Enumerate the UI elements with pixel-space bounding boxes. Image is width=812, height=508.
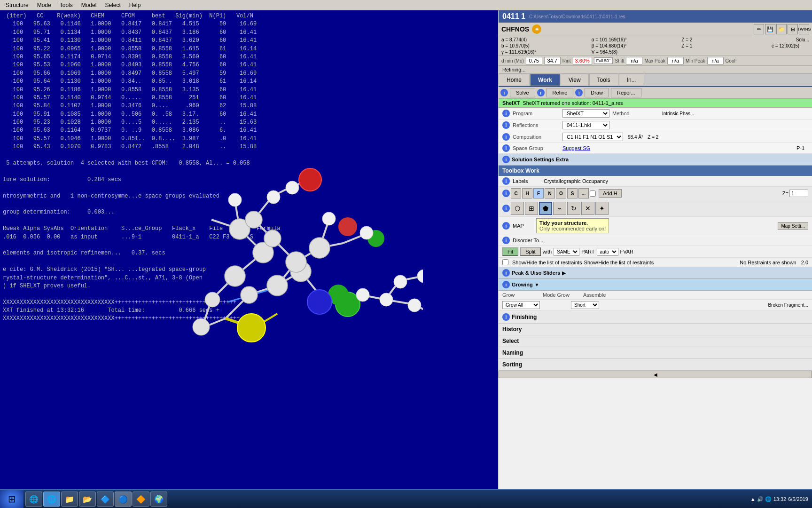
history-section[interactable]: History bbox=[499, 324, 812, 335]
program-dropdown[interactable]: ShelXT bbox=[562, 109, 609, 118]
menu-mode[interactable]: Mode bbox=[33, 1, 55, 9]
growing-label: Growing bbox=[512, 282, 533, 287]
chfnos-sun-icon[interactable]: ☀ bbox=[532, 24, 541, 34]
sub-tab-draw[interactable]: Draw bbox=[585, 88, 609, 97]
fvar-label: FVAR bbox=[620, 249, 634, 254]
taskbar-app3[interactable]: 🔶 bbox=[133, 492, 149, 507]
sub-tab-solve[interactable]: Solve bbox=[510, 88, 535, 97]
taskbar-files[interactable]: 📁 bbox=[61, 492, 78, 507]
reflections-row: i Reflections 0411-1.hkl bbox=[499, 119, 812, 131]
taskbar: ⊞ 🌐 🌐 📁 📂 🔷 🔵 🔶 🌍 ▲ 🔊 🌐 13:32 6/5/2019 bbox=[0, 489, 812, 508]
menu-tools[interactable]: Tools bbox=[56, 1, 77, 9]
refining-bar: Refining... bbox=[499, 66, 812, 74]
taskbar-chrome[interactable]: 🌐 bbox=[43, 492, 60, 507]
elem-S[interactable]: S bbox=[567, 188, 578, 198]
save-icon[interactable]: 💾 bbox=[765, 24, 775, 34]
split-button[interactable]: Split bbox=[520, 247, 540, 256]
grid-icon[interactable]: ⊞ bbox=[525, 202, 538, 215]
elements-checkbox[interactable] bbox=[590, 190, 596, 197]
tab-home[interactable]: Home bbox=[499, 74, 530, 86]
taskbar-files2[interactable]: 📂 bbox=[79, 492, 96, 507]
molecule-viewer[interactable] bbox=[94, 81, 423, 387]
suggest-sg-link[interactable]: Suggest SG bbox=[562, 145, 677, 151]
start-button[interactable]: ⊞ bbox=[0, 490, 23, 508]
dmin-value: 0.75 bbox=[526, 57, 542, 64]
sub-tab-refine[interactable]: Refine bbox=[547, 88, 574, 97]
open-icon[interactable]: 📁 bbox=[776, 24, 787, 34]
restraints-number: 2.0 bbox=[801, 260, 808, 265]
growing-arrow-icon: ▼ bbox=[535, 282, 539, 287]
z-input[interactable] bbox=[789, 190, 808, 197]
cell-Z2: Z = 1 bbox=[681, 43, 771, 48]
tray-time: 13:32 bbox=[773, 496, 787, 502]
copy-icon[interactable]: ⊞ bbox=[788, 24, 798, 34]
grow-all-dropdown[interactable]: Grow All bbox=[502, 301, 540, 309]
atom-icon[interactable]: ⬟ bbox=[539, 202, 552, 215]
finishing-section[interactable]: i Finishing bbox=[499, 311, 812, 324]
taskbar-ie2[interactable]: 🌍 bbox=[150, 492, 167, 507]
refine-info-icon: i bbox=[537, 89, 545, 96]
taskbar-ie[interactable]: 🌐 bbox=[25, 492, 42, 507]
tab-tools[interactable]: Tools bbox=[589, 74, 618, 86]
elem-H[interactable]: H bbox=[522, 188, 532, 198]
short-dropdown[interactable]: Short bbox=[571, 301, 599, 309]
fit-button[interactable]: Fit bbox=[502, 247, 518, 256]
labels-label: Labels bbox=[513, 178, 541, 184]
sorting-section[interactable]: Sorting bbox=[499, 359, 812, 371]
same-dropdown[interactable]: SAME bbox=[554, 248, 579, 256]
scroll-down-arrow[interactable]: ◀ bbox=[499, 371, 812, 378]
restraints-checkbox[interactable] bbox=[502, 259, 508, 265]
stats-bar: d min (Mo) 0.75 34.7 Rint 3.60% Full 50°… bbox=[499, 56, 812, 66]
elem-N[interactable]: N bbox=[545, 188, 555, 198]
toolbox-title: Toolbox Work bbox=[502, 167, 539, 174]
tab-work[interactable]: Work bbox=[530, 74, 560, 86]
cell-params: a = 8.774(4) α = 101.169(16)° Z = 2 Solu… bbox=[499, 36, 812, 56]
tab-view[interactable]: View bbox=[561, 74, 589, 86]
reflections-dropdown[interactable]: 0411-1.hkl bbox=[562, 121, 609, 129]
rotate-icon[interactable]: ↻ bbox=[567, 202, 580, 215]
tool-icon-row: i ⬡ ⊞ ⬟ ⌁ ↻ ✕ ✦ bbox=[499, 200, 812, 217]
growing-header[interactable]: i Growing ▼ bbox=[499, 279, 812, 291]
shelxt-result-bar: ShelXT ShelXT returned one solution: 041… bbox=[499, 99, 812, 108]
tab-info[interactable]: In... bbox=[619, 74, 644, 86]
toolbar-icons: ✏ 💾 📁 ⊞ TWINS bbox=[754, 24, 809, 34]
sub-tab-report[interactable]: Repor... bbox=[611, 88, 641, 97]
grow-options-row: Grow All Short Broken Fragment... bbox=[499, 300, 812, 311]
restraints-row: Show/Hide the list of restraints Show/Hi… bbox=[499, 258, 812, 267]
cell-beta: β = 104.680(14)° bbox=[592, 43, 681, 48]
disorder-label: Disorder To... bbox=[513, 238, 543, 243]
svg-point-56 bbox=[394, 275, 407, 288]
add-h-button[interactable]: Add H bbox=[599, 189, 622, 198]
composition-dropdown[interactable]: C1 H1 F1 N1 O1 S1 bbox=[562, 133, 623, 141]
chfnos-bar: CHFNOS ☀ ✏ 💾 📁 ⊞ TWINS bbox=[499, 23, 812, 36]
elem-more[interactable]: ... bbox=[578, 188, 589, 198]
map-settings-btn[interactable]: Map Setti... bbox=[778, 222, 808, 230]
molecule-icon[interactable]: ⬡ bbox=[511, 202, 524, 215]
peak-uiso-header[interactable]: i Peak & Uiso Sliders ▶ bbox=[499, 267, 812, 279]
cross-icon[interactable]: ✕ bbox=[581, 202, 594, 215]
shelxt-result-text: ShelXT returned one solution: 0411-1_a.r… bbox=[523, 100, 623, 106]
pencil-icon[interactable]: ✏ bbox=[754, 24, 764, 34]
solution-settings-header[interactable]: i Solution Settings Extra bbox=[499, 154, 812, 166]
peak-arrow-icon: ▶ bbox=[562, 270, 566, 276]
auto-dropdown[interactable]: auto bbox=[597, 248, 618, 256]
composition-label: Composition bbox=[513, 134, 560, 140]
taskbar-app1[interactable]: 🔷 bbox=[97, 492, 114, 507]
elem-C[interactable]: C bbox=[511, 188, 521, 198]
element-buttons-row: i C H F N O S ... Add H Z= bbox=[499, 187, 812, 200]
select-section[interactable]: Select bbox=[499, 335, 812, 347]
bond-icon[interactable]: ⌁ bbox=[553, 202, 566, 215]
elem-O[interactable]: O bbox=[556, 188, 566, 198]
map-row: i MAP Tidy your structure. Only recommen… bbox=[499, 217, 812, 235]
menu-help[interactable]: Help bbox=[125, 1, 145, 9]
star-icon[interactable]: ✦ bbox=[595, 202, 609, 215]
svg-point-39 bbox=[237, 314, 265, 342]
cell-a: a = 8.774(4) bbox=[501, 37, 591, 42]
menu-model[interactable]: Model bbox=[78, 1, 101, 9]
menu-structure[interactable]: Structure bbox=[2, 1, 32, 9]
elem-F[interactable]: F bbox=[533, 188, 544, 198]
taskbar-app2[interactable]: 🔵 bbox=[115, 492, 132, 507]
menu-select[interactable]: Select bbox=[101, 1, 124, 9]
naming-section[interactable]: Naming bbox=[499, 347, 812, 359]
twins-icon[interactable]: TWINS bbox=[799, 24, 809, 34]
